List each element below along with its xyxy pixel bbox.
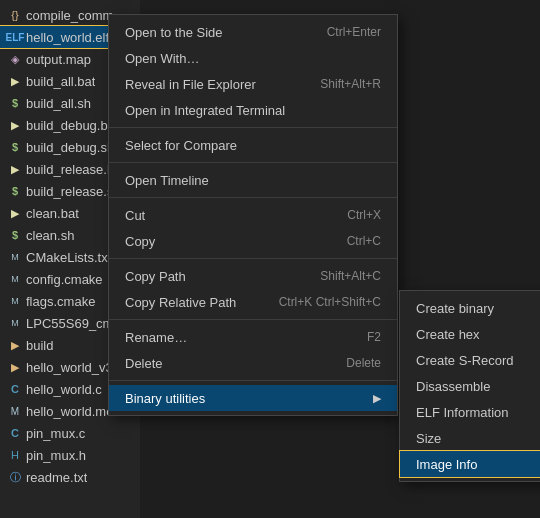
menu-item-open-with-[interactable]: Open With… (109, 45, 397, 71)
sidebar-item-label: build_all.sh (26, 96, 91, 111)
c-icon: C (8, 382, 22, 396)
menu-item-label: Open to the Side (125, 25, 223, 40)
sidebar-item-label: pin_mux.h (26, 448, 86, 463)
menu-divider (109, 258, 397, 259)
sh-icon: $ (8, 184, 22, 198)
menu-item-copy[interactable]: Copy Ctrl+C (109, 228, 397, 254)
menu-item-shortcut: Ctrl+C (347, 234, 381, 248)
menu-item-binary-utilities[interactable]: Binary utilities ▶ (109, 385, 397, 411)
elf-icon: ELF (8, 30, 22, 44)
menu-item-shortcut: Shift+Alt+C (320, 269, 381, 283)
submenu-item-label: ELF Information (416, 405, 509, 420)
submenu-item-label: Create hex (416, 327, 480, 342)
menu-item-shortcut: Ctrl+X (347, 208, 381, 222)
menu-item-cut[interactable]: Cut Ctrl+X (109, 202, 397, 228)
folder-icon: ▶ (8, 338, 22, 352)
mex-icon: M (8, 404, 22, 418)
sh-icon: $ (8, 140, 22, 154)
menu-item-copy-path[interactable]: Copy Path Shift+Alt+C (109, 263, 397, 289)
sidebar-item-label: flags.cmake (26, 294, 95, 309)
menu-item-label: Open With… (125, 51, 199, 66)
menu-item-label: Open in Integrated Terminal (125, 103, 285, 118)
menu-item-delete[interactable]: Delete Delete (109, 350, 397, 376)
menu-item-label: Copy Path (125, 269, 186, 284)
sidebar-item-label: build_debug.bat (26, 118, 119, 133)
info-icon: ⓘ (8, 470, 22, 484)
sidebar-item-label: hello_world.mex (26, 404, 120, 419)
menu-item-open-to-the-side[interactable]: Open to the Side Ctrl+Enter (109, 19, 397, 45)
menu-item-shortcut: Ctrl+K Ctrl+Shift+C (279, 295, 381, 309)
menu-item-label: Open Timeline (125, 173, 209, 188)
c-icon: C (8, 426, 22, 440)
sidebar-item-label: build_release.sh (26, 184, 121, 199)
cmake-icon: M (8, 294, 22, 308)
sidebar-item-pin-mux-c[interactable]: C pin_mux.c (0, 422, 140, 444)
menu-item-shortcut: Ctrl+Enter (327, 25, 381, 39)
menu-item-rename-[interactable]: Rename… F2 (109, 324, 397, 350)
menu-item-shortcut: Shift+Alt+R (320, 77, 381, 91)
sh-icon: $ (8, 96, 22, 110)
menu-item-label: Binary utilities (125, 391, 205, 406)
submenu-item-label: Disassemble (416, 379, 490, 394)
submenu-item-label: Create S-Record (416, 353, 514, 368)
sidebar-item-label: pin_mux.c (26, 426, 85, 441)
sidebar-item-label: build_all.bat (26, 74, 95, 89)
menu-divider (109, 162, 397, 163)
sidebar-item-pin-mux-h[interactable]: H pin_mux.h (0, 444, 140, 466)
submenu-arrow-icon: ▶ (373, 392, 381, 405)
cmake-icon: M (8, 250, 22, 264)
sh-icon: $ (8, 228, 22, 242)
menu-item-label: Copy Relative Path (125, 295, 236, 310)
menu-item-copy-relative-path[interactable]: Copy Relative Path Ctrl+K Ctrl+Shift+C (109, 289, 397, 315)
menu-divider (109, 197, 397, 198)
submenu-item-size[interactable]: Size (400, 425, 540, 451)
menu-item-label: Copy (125, 234, 155, 249)
submenu-item-label: Create binary (416, 301, 494, 316)
sidebar-item-label: readme.txt (26, 470, 87, 485)
menu-item-open-in-integrated-terminal[interactable]: Open in Integrated Terminal (109, 97, 397, 123)
sidebar-item-label: config.cmake (26, 272, 103, 287)
menu-divider (109, 319, 397, 320)
submenu-item-create-s-record[interactable]: Create S-Record (400, 347, 540, 373)
cmake-icon: M (8, 272, 22, 286)
menu-item-label: Rename… (125, 330, 187, 345)
submenu-item-elf-information[interactable]: ELF Information (400, 399, 540, 425)
sidebar-item-label: build (26, 338, 53, 353)
h-icon: H (8, 448, 22, 462)
submenu-item-label: Size (416, 431, 441, 446)
menu-item-label: Select for Compare (125, 138, 237, 153)
sidebar-item-label: CMakeLists.txt (26, 250, 111, 265)
menu-item-shortcut: F2 (367, 330, 381, 344)
bat-icon: ▶ (8, 162, 22, 176)
menu-item-shortcut: Delete (346, 356, 381, 370)
menu-item-open-timeline[interactable]: Open Timeline (109, 167, 397, 193)
menu-item-label: Delete (125, 356, 163, 371)
sidebar-item-label: clean.sh (26, 228, 74, 243)
sidebar-item-label: hello_world.elf (26, 30, 109, 45)
menu-item-label: Cut (125, 208, 145, 223)
folder-icon: ▶ (8, 360, 22, 374)
cmake-icon: M (8, 316, 22, 330)
menu-item-reveal-in-file-explorer[interactable]: Reveal in File Explorer Shift+Alt+R (109, 71, 397, 97)
submenu-item-create-hex[interactable]: Create hex (400, 321, 540, 347)
map-icon: ◈ (8, 52, 22, 66)
sidebar-item-label: build_debug.sh (26, 140, 114, 155)
submenu-item-create-binary[interactable]: Create binary (400, 295, 540, 321)
sidebar-item-label: hello_world.c (26, 382, 102, 397)
json-icon: {} (8, 8, 22, 22)
submenu-item-disassemble[interactable]: Disassemble (400, 373, 540, 399)
submenu-item-label: Image Info (416, 457, 477, 472)
menu-divider (109, 380, 397, 381)
bat-icon: ▶ (8, 206, 22, 220)
sidebar-item-readme-txt[interactable]: ⓘ readme.txt (0, 466, 140, 488)
menu-item-select-for-compare[interactable]: Select for Compare (109, 132, 397, 158)
bat-icon: ▶ (8, 118, 22, 132)
submenu-item-image-info[interactable]: Image Info (400, 451, 540, 477)
bat-icon: ▶ (8, 74, 22, 88)
sidebar-item-label: clean.bat (26, 206, 79, 221)
sidebar-item-label: output.map (26, 52, 91, 67)
menu-item-label: Reveal in File Explorer (125, 77, 256, 92)
menu-divider (109, 127, 397, 128)
context-menu: Open to the Side Ctrl+Enter Open With… R… (108, 14, 398, 416)
submenu-binary-utilities: Create binaryCreate hexCreate S-RecordDi… (399, 290, 540, 482)
